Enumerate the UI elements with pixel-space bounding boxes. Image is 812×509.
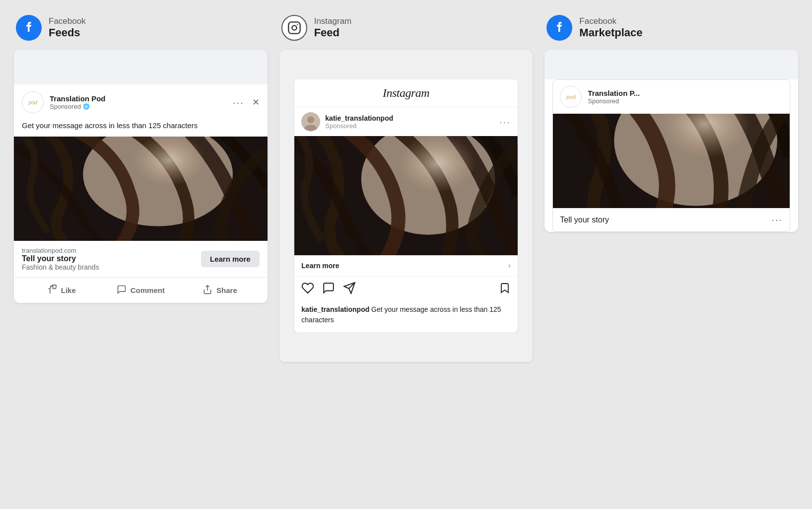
fb-marketplace-cta-section: Tell your story ···: [553, 208, 790, 231]
chevron-right-icon: ›: [508, 261, 510, 270]
advertiser-logo-text: pod: [29, 99, 37, 105]
insta-sponsored: Sponsored: [325, 122, 494, 130]
fb-marketplace-advertiser-name: Translation P...: [588, 89, 783, 97]
fb-feeds-ad-header: pod Translation Pod Sponsored 🌐 ··· ✕: [14, 84, 268, 118]
svg-point-7: [307, 116, 314, 123]
insta-bookmark-button[interactable]: [499, 282, 511, 297]
insta-post-image: [294, 136, 517, 255]
fb-marketplace-ad-container: pod Translation P... Sponsored: [552, 79, 790, 232]
fb-feeds-cta-left: translationpod.com Tell your story Fashi…: [22, 247, 99, 271]
fb-marketplace-top-bar: [544, 50, 798, 79]
svg-point-2: [112, 137, 215, 209]
fb-feeds-cta-headline: Tell your story: [22, 254, 99, 263]
share-label: Share: [216, 286, 237, 294]
insta-username: katie_translationpod: [325, 114, 494, 122]
facebook-marketplace-icon: [546, 15, 572, 41]
fb-marketplace-ad-header: pod Translation P... Sponsored: [553, 80, 790, 114]
instagram-feed-column: Instagram Feed Instagram katie_t: [273, 10, 539, 362]
facebook-feeds-card: pod Translation Pod Sponsored 🌐 ··· ✕ Ge…: [14, 50, 268, 303]
insta-caption-username: katie_translationpod: [301, 305, 369, 313]
facebook-marketplace-titles: Facebook Marketplace: [579, 16, 642, 39]
facebook-marketplace-card: pod Translation P... Sponsored: [544, 50, 798, 232]
insta-share-button[interactable]: [343, 282, 356, 297]
instagram-wordmark: Instagram: [383, 86, 429, 99]
fb-feeds-close-button[interactable]: ✕: [252, 97, 260, 108]
fb-feeds-advertiser-name: Translation Pod: [50, 94, 227, 103]
fb-marketplace-cta-headline: Tell your story: [560, 216, 609, 224]
comment-icon: [117, 285, 127, 296]
fb-feeds-actions: Like Comment Share: [14, 278, 268, 303]
fb-feeds-learn-more-button[interactable]: Learn more: [201, 251, 260, 267]
fb-marketplace-advertiser-info: Translation P... Sponsored: [588, 89, 783, 105]
svg-point-5: [297, 24, 298, 25]
instagram-app-header: Instagram: [294, 79, 517, 107]
svg-point-11: [375, 136, 487, 218]
fb-marketplace-ad-image: [553, 114, 790, 208]
fb-mp-logo-text: pod: [566, 94, 575, 100]
instagram-phone-mockup: Instagram katie_translationpod Sponsored…: [294, 79, 517, 332]
fb-marketplace-more-options[interactable]: ···: [771, 214, 783, 225]
facebook-feeds-icon: [16, 15, 42, 41]
fb-feeds-like-button[interactable]: Like: [22, 281, 101, 300]
facebook-feeds-titles: Facebook Feeds: [49, 16, 86, 39]
insta-learn-more-row[interactable]: Learn more ›: [294, 255, 517, 277]
share-icon: [203, 285, 212, 296]
globe-icon: 🌐: [83, 103, 90, 110]
facebook-marketplace-column: Facebook Marketplace pod Translation P..…: [539, 10, 804, 232]
platform-name-fb-mp: Facebook: [579, 16, 642, 26]
insta-like-button[interactable]: [301, 282, 314, 297]
fb-feeds-more-options[interactable]: ···: [233, 97, 244, 108]
fb-feeds-ad-image: [14, 137, 268, 241]
fb-feeds-share-button[interactable]: Share: [180, 281, 260, 300]
fb-feeds-cta-description: Fashion & beauty brands: [22, 263, 99, 271]
insta-avatar: [301, 112, 320, 131]
insta-caption: katie_translationpod Get your message ac…: [294, 302, 517, 332]
instagram-feed-header: Instagram Feed: [279, 10, 533, 50]
svg-point-4: [292, 25, 296, 30]
fb-marketplace-logo: pod: [560, 86, 582, 108]
fb-feeds-advertiser-info: Translation Pod Sponsored 🌐: [50, 94, 227, 110]
fb-feeds-advertiser-logo: pod: [22, 91, 44, 113]
insta-post-header: katie_translationpod Sponsored ···: [294, 107, 517, 136]
platform-name-fb-feeds: Facebook: [49, 16, 86, 26]
like-icon: [47, 285, 57, 296]
fb-feeds-body-text: Get your message across in less than 125…: [14, 118, 268, 137]
platform-subname-fb-feeds: Feeds: [49, 26, 86, 39]
svg-rect-3: [288, 22, 300, 33]
fb-feeds-top-bar: [14, 50, 268, 84]
insta-bottom-bar: [279, 332, 533, 362]
insta-more-options[interactable]: ···: [499, 116, 511, 128]
instagram-feed-titles: Instagram Feed: [314, 16, 352, 39]
fb-feeds-cta-section: translationpod.com Tell your story Fashi…: [14, 241, 268, 278]
facebook-feeds-column: Facebook Feeds pod Translation Pod Spons…: [8, 10, 273, 303]
insta-top-bar: [279, 50, 533, 79]
insta-user-info: katie_translationpod Sponsored: [325, 114, 494, 130]
platform-subname-instagram: Feed: [314, 26, 352, 39]
comment-label: Comment: [131, 286, 165, 294]
instagram-outer-card: Instagram katie_translationpod Sponsored…: [279, 50, 533, 362]
insta-action-bar: [294, 277, 517, 302]
facebook-marketplace-header: Facebook Marketplace: [544, 10, 798, 50]
insta-comment-button[interactable]: [322, 282, 335, 297]
instagram-icon: [281, 15, 307, 41]
platform-subname-fb-mp: Marketplace: [579, 26, 642, 39]
fb-feeds-cta-url: translationpod.com: [22, 247, 99, 254]
insta-learn-more-label: Learn more: [301, 262, 339, 270]
facebook-feeds-header: Facebook Feeds: [14, 10, 268, 50]
like-label: Like: [61, 286, 76, 294]
fb-marketplace-sponsored: Sponsored: [588, 97, 783, 105]
fb-feeds-sponsored: Sponsored 🌐: [50, 103, 227, 110]
fb-feeds-comment-button[interactable]: Comment: [101, 281, 181, 300]
platform-name-instagram: Instagram: [314, 16, 352, 26]
